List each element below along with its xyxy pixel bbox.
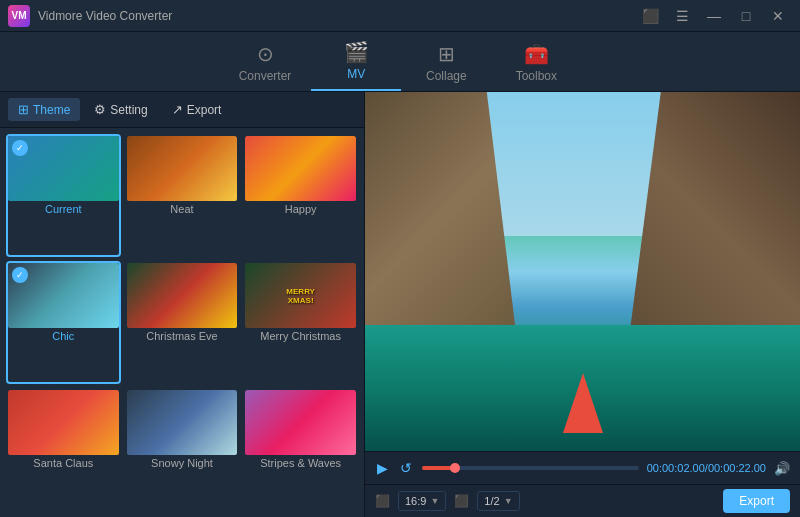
video-preview[interactable] xyxy=(365,92,800,451)
theme-stripes-thumb xyxy=(245,390,356,455)
converter-icon: ⊙ xyxy=(257,42,274,66)
merry-text: MERRYXMAS! xyxy=(286,287,315,305)
export-button[interactable]: Export xyxy=(723,489,790,513)
menu-icon[interactable]: ☰ xyxy=(668,5,696,27)
preview-image xyxy=(365,92,800,451)
theme-neat[interactable]: Neat xyxy=(125,134,240,257)
page-selector[interactable]: 1/2 ▼ xyxy=(477,491,519,511)
nav-tabs: ⊙ Converter 🎬 MV ⊞ Collage 🧰 Toolbox xyxy=(0,32,800,92)
titlebar: VM Vidmore Video Converter ⬛ ☰ — □ ✕ xyxy=(0,0,800,32)
subnav-theme[interactable]: ⊞ Theme xyxy=(8,98,80,121)
theme-current[interactable]: ✓ Current xyxy=(6,134,121,257)
subnav-setting-label: Setting xyxy=(110,103,147,117)
volume-button[interactable]: 🔊 xyxy=(774,461,790,476)
setting-icon: ⚙ xyxy=(94,102,106,117)
play-button[interactable]: ▶ xyxy=(375,458,390,478)
aspect-ratio-icon: ⬛ xyxy=(375,494,390,508)
page-value: 1/2 xyxy=(484,495,499,507)
theme-santa-claus[interactable]: Santa Claus xyxy=(6,388,121,511)
page-dropdown-arrow: ▼ xyxy=(504,496,513,506)
theme-merry-christmas-label: Merry Christmas xyxy=(245,328,356,344)
tab-converter[interactable]: ⊙ Converter xyxy=(219,36,312,91)
app-logo: VM xyxy=(8,5,30,27)
subnav-setting[interactable]: ⚙ Setting xyxy=(84,98,157,121)
theme-chic[interactable]: ✓ Chic xyxy=(6,261,121,384)
main-area: ⊞ Theme ⚙ Setting ↗ Export ✓ Current xyxy=(0,92,800,517)
subnav-export[interactable]: ↗ Export xyxy=(162,98,232,121)
theme-stripes-label: Stripes & Waves xyxy=(245,455,356,471)
minimize-button[interactable]: — xyxy=(700,5,728,27)
theme-happy-label: Happy xyxy=(245,201,356,217)
theme-neat-label: Neat xyxy=(127,201,238,217)
tab-collage-label: Collage xyxy=(426,69,467,83)
theme-christmas-eve-label: Christmas Eve xyxy=(127,328,238,344)
theme-christmas-eve[interactable]: Christmas Eve xyxy=(125,261,240,384)
tab-toolbox-label: Toolbox xyxy=(516,69,557,83)
close-button[interactable]: ✕ xyxy=(764,5,792,27)
collage-icon: ⊞ xyxy=(438,42,455,66)
time-display: 00:00:02.00/00:00:22.00 xyxy=(647,462,766,474)
theme-christmas-eve-thumb xyxy=(127,263,238,328)
right-panel: ▶ ↺ 00:00:02.00/00:00:22.00 🔊 ⬛ 16:9 ▼ ⬛… xyxy=(365,92,800,517)
toolbox-icon: 🧰 xyxy=(524,42,549,66)
theme-santa-label: Santa Claus xyxy=(8,455,119,471)
theme-grid: ✓ Current Neat Happy ✓ Chic xyxy=(0,128,364,517)
tab-mv[interactable]: 🎬 MV xyxy=(311,34,401,91)
controls-row: ⬛ 16:9 ▼ ⬛ 1/2 ▼ Export xyxy=(365,484,800,517)
theme-happy[interactable]: Happy xyxy=(243,134,358,257)
selected-check: ✓ xyxy=(12,140,28,156)
theme-merry-christmas-thumb: MERRYXMAS! xyxy=(245,263,356,328)
rewind-button[interactable]: ↺ xyxy=(398,458,414,478)
left-panel: ⊞ Theme ⚙ Setting ↗ Export ✓ Current xyxy=(0,92,365,517)
caption-icon[interactable]: ⬛ xyxy=(636,5,664,27)
theme-snowy-label: Snowy Night xyxy=(127,455,238,471)
tab-converter-label: Converter xyxy=(239,69,292,83)
subnav-export-label: Export xyxy=(187,103,222,117)
tab-mv-label: MV xyxy=(347,67,365,81)
theme-neat-thumb xyxy=(127,136,238,201)
theme-happy-thumb xyxy=(245,136,356,201)
mv-icon: 🎬 xyxy=(344,40,369,64)
subnav-theme-label: Theme xyxy=(33,103,70,117)
theme-chic-label: Chic xyxy=(8,328,119,344)
page-icon: ⬛ xyxy=(454,494,469,508)
tab-collage[interactable]: ⊞ Collage xyxy=(401,36,491,91)
progress-bar[interactable] xyxy=(422,466,639,470)
maximize-button[interactable]: □ xyxy=(732,5,760,27)
ratio-dropdown-arrow: ▼ xyxy=(430,496,439,506)
theme-chic-thumb: ✓ xyxy=(8,263,119,328)
theme-merry-christmas[interactable]: MERRYXMAS! Merry Christmas xyxy=(243,261,358,384)
export-icon: ↗ xyxy=(172,102,183,117)
theme-icon: ⊞ xyxy=(18,102,29,117)
theme-snowy-thumb xyxy=(127,390,238,455)
window-controls: ⬛ ☰ — □ ✕ xyxy=(636,5,792,27)
video-controls: ▶ ↺ 00:00:02.00/00:00:22.00 🔊 xyxy=(365,451,800,484)
app-title: Vidmore Video Converter xyxy=(38,9,636,23)
progress-dot xyxy=(450,463,460,473)
theme-santa-thumb xyxy=(8,390,119,455)
tab-toolbox[interactable]: 🧰 Toolbox xyxy=(491,36,581,91)
ratio-selector[interactable]: 16:9 ▼ xyxy=(398,491,446,511)
kayak xyxy=(563,373,603,433)
theme-snowy-night[interactable]: Snowy Night xyxy=(125,388,240,511)
theme-current-label: Current xyxy=(8,201,119,217)
ratio-value: 16:9 xyxy=(405,495,426,507)
theme-stripes-waves[interactable]: Stripes & Waves xyxy=(243,388,358,511)
chic-check: ✓ xyxy=(12,267,28,283)
sub-nav: ⊞ Theme ⚙ Setting ↗ Export xyxy=(0,92,364,128)
theme-current-thumb: ✓ xyxy=(8,136,119,201)
